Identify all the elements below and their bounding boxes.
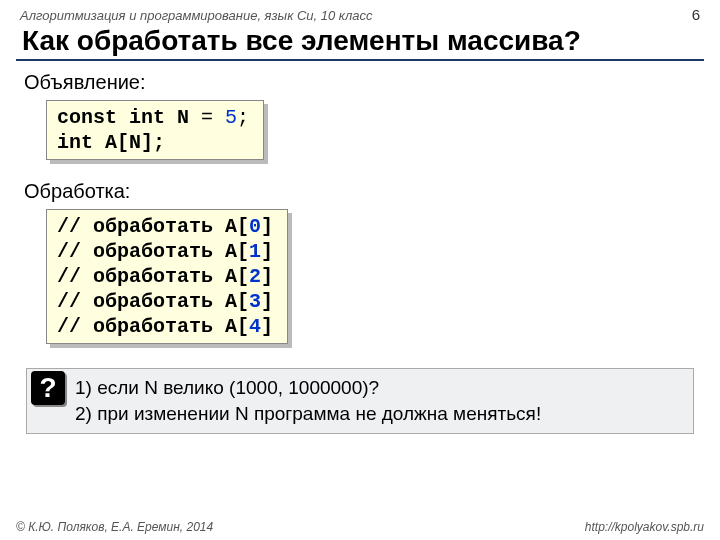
header-bar: Алгоритмизация и программирование, язык … <box>16 6 704 23</box>
decl-semi: ; <box>237 106 249 129</box>
cmt-line-4-suf: ] <box>261 315 273 338</box>
cmt-line-0-pre: // обработать A[ <box>57 215 249 238</box>
cmt-line-3-suf: ] <box>261 290 273 313</box>
decl-val: 5 <box>225 106 237 129</box>
question-box: ? 1) если N велико (1000, 1000000)? 2) п… <box>26 368 694 434</box>
title-rule <box>16 59 704 61</box>
footer-authors: © К.Ю. Поляков, Е.А. Еремин, 2014 <box>16 520 213 534</box>
cmt-line-2-idx: 2 <box>249 265 261 288</box>
cmt-line-4-pre: // обработать A[ <box>57 315 249 338</box>
cmt-line-2-pre: // обработать A[ <box>57 265 249 288</box>
question-line-2: 2) при изменении N программа не должна м… <box>75 401 685 427</box>
page-number: 6 <box>692 6 700 23</box>
decl-n: N <box>177 106 189 129</box>
decl-eq: = <box>189 106 225 129</box>
processing-label: Обработка: <box>24 180 704 203</box>
slide-title: Как обработать все элементы массива? <box>22 25 704 57</box>
cmt-line-2-suf: ] <box>261 265 273 288</box>
code-processing: // обработать A[0] // обработать A[1] //… <box>46 209 288 344</box>
cmt-line-0-idx: 0 <box>249 215 261 238</box>
cmt-line-1-pre: // обработать A[ <box>57 240 249 263</box>
code-declaration: const int N = 5; int A[N]; <box>46 100 264 160</box>
kw-int: int <box>129 106 165 129</box>
footer-link: http://kpolyakov.spb.ru <box>585 520 704 534</box>
cmt-line-3-pre: // обработать A[ <box>57 290 249 313</box>
declaration-label: Объявление: <box>24 71 704 94</box>
question-line-1: 1) если N велико (1000, 1000000)? <box>75 375 685 401</box>
footer: © К.Ю. Поляков, Е.А. Еремин, 2014 http:/… <box>16 520 704 534</box>
cmt-line-3-idx: 3 <box>249 290 261 313</box>
cmt-line-1-idx: 1 <box>249 240 261 263</box>
question-mark-icon: ? <box>31 371 65 405</box>
kw-const: const <box>57 106 117 129</box>
cmt-line-4-idx: 4 <box>249 315 261 338</box>
decl-arr: A[N]; <box>93 131 165 154</box>
slide: Алгоритмизация и программирование, язык … <box>0 0 720 540</box>
cmt-line-0-suf: ] <box>261 215 273 238</box>
kw-int-2: int <box>57 131 93 154</box>
cmt-line-1-suf: ] <box>261 240 273 263</box>
course-label: Алгоритмизация и программирование, язык … <box>20 8 373 23</box>
